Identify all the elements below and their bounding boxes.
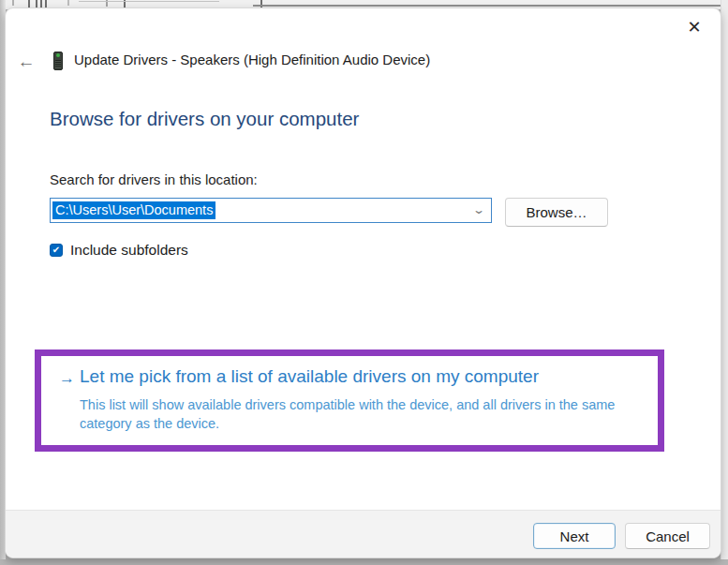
include-subfolders-row[interactable]: ✔ Include subfolders xyxy=(50,242,188,259)
include-subfolders-checkbox[interactable]: ✔ xyxy=(50,244,63,257)
include-subfolders-label[interactable]: Include subfolders xyxy=(70,242,188,259)
cancel-button[interactable]: Cancel xyxy=(625,523,710,549)
pick-from-list-description: This list will show available drivers co… xyxy=(80,395,632,433)
background-mark xyxy=(28,0,30,7)
background-line xyxy=(79,1,219,2)
path-value-selected[interactable]: C:\Users\User\Documents xyxy=(52,201,215,219)
background-mark xyxy=(12,0,14,6)
next-button[interactable]: Next xyxy=(533,523,616,549)
back-button[interactable]: ← xyxy=(14,50,38,74)
speaker-device-icon xyxy=(52,51,64,71)
location-label: Search for drivers in this location: xyxy=(50,171,258,187)
driver-path-combobox[interactable]: C:\Users\User\Documents ⌄ xyxy=(50,198,492,223)
arrow-right-icon: → xyxy=(59,369,75,388)
page-heading: Browse for drivers on your computer xyxy=(50,108,359,130)
pick-from-list-link[interactable]: Let me pick from a list of available dri… xyxy=(80,366,661,387)
dialog-header: ← Update Drivers - Speakers (High Defini… xyxy=(6,48,721,76)
chevron-down-icon[interactable]: ⌄ xyxy=(472,203,485,216)
browse-button[interactable]: Browse… xyxy=(505,198,608,227)
close-button[interactable]: ✕ xyxy=(677,12,711,42)
background-edge-right xyxy=(721,0,728,559)
dialog-footer: Next Cancel xyxy=(6,510,721,558)
screenshot-stage: ✕ ← Update Drivers - Speakers (High Defi… xyxy=(0,0,728,565)
window-title: Update Drivers - Speakers (High Definiti… xyxy=(74,52,430,67)
background-mark xyxy=(67,0,69,6)
update-drivers-dialog: ✕ ← Update Drivers - Speakers (High Defi… xyxy=(5,7,721,558)
background-line xyxy=(253,5,728,7)
